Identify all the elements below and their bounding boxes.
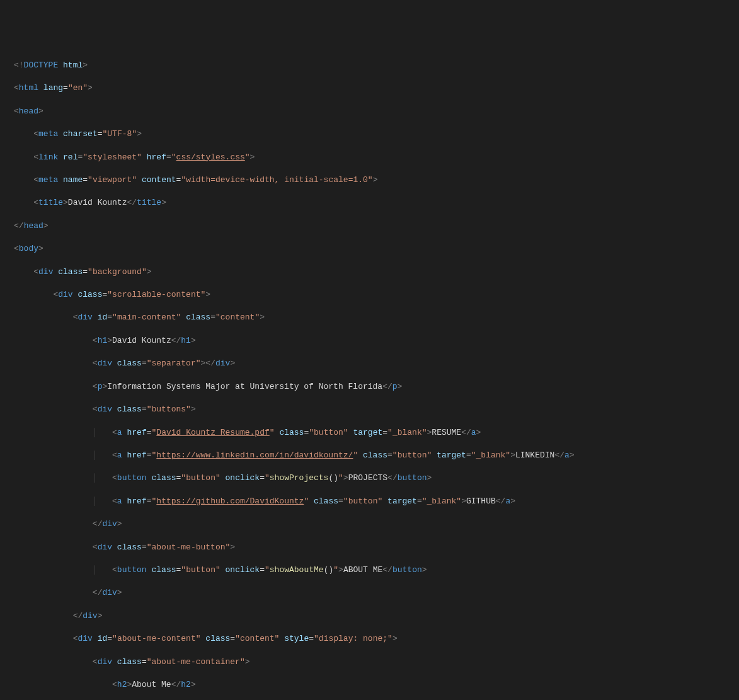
punct: <: [112, 428, 117, 437]
attr: class: [58, 267, 83, 277]
code-line[interactable]: </div>: [14, 611, 725, 622]
punct: >: [191, 680, 196, 689]
attr: onclick: [226, 565, 260, 575]
punct: =: [83, 267, 88, 277]
text: PROJECTS: [348, 473, 387, 483]
code-line[interactable]: <html lang="en">: [14, 83, 725, 94]
punct: <: [93, 542, 98, 552]
punct: ": [265, 473, 270, 483]
attr-val: viewport: [93, 175, 132, 185]
punct: >: [427, 473, 432, 483]
punct: ": [338, 473, 343, 483]
punct: =: [417, 496, 422, 506]
attr-val: UTF-8: [107, 129, 132, 139]
code-editor[interactable]: <!DOCTYPE html> <html lang="en"> <head> …: [0, 46, 739, 700]
punct: >: [250, 152, 255, 162]
attr-val: display: none;: [319, 634, 387, 643]
punct: ": [215, 473, 221, 483]
tag: a: [117, 450, 122, 460]
code-line[interactable]: <h2>About Me</h2>: [14, 679, 725, 691]
code-line[interactable]: │ <a href="David_Kountz_Resume.pdf" clas…: [14, 427, 725, 439]
punct: ": [215, 565, 221, 575]
attr: class: [151, 565, 176, 575]
punct: <: [171, 336, 176, 345]
punct: <: [93, 657, 98, 667]
code-line[interactable]: <link rel="stylesheet" href="css/styles.…: [14, 152, 725, 163]
code-line[interactable]: </div>: [14, 587, 725, 599]
text: David Kountz: [112, 336, 171, 345]
code-line[interactable]: <!DOCTYPE html>: [14, 60, 725, 71]
tag: div: [98, 542, 112, 552]
code-line[interactable]: <meta name="viewport" content="width=dev…: [14, 175, 725, 186]
punct: =: [309, 634, 314, 643]
code-line[interactable]: <div class="separator"></div>: [14, 358, 725, 369]
punct: ": [505, 450, 510, 460]
punct: >: [107, 336, 112, 345]
attr: class: [117, 542, 142, 552]
punct: ": [240, 657, 245, 667]
attr-val: button: [348, 496, 378, 506]
code-line[interactable]: <div id="about-me-content" class="conten…: [14, 633, 725, 645]
punct: <: [93, 382, 98, 391]
punct: ": [343, 496, 348, 506]
punct: ": [147, 405, 152, 414]
code-line[interactable]: <p>Information Systems Major at Universi…: [14, 381, 725, 393]
punct: ": [245, 152, 250, 162]
code-line[interactable]: </div>: [14, 519, 725, 530]
punct: =: [142, 405, 147, 414]
attr: style: [284, 634, 309, 643]
doctype-name: DOCTYPE: [24, 60, 59, 70]
punct: >: [343, 473, 348, 483]
punct: ": [387, 428, 392, 437]
punct: <: [387, 473, 392, 483]
punct: /: [210, 359, 215, 368]
attr-val: button: [186, 473, 215, 483]
punct: =: [147, 428, 152, 437]
attr: href: [127, 496, 146, 506]
attr: class: [205, 634, 230, 643]
punct: >: [43, 221, 49, 231]
punct: <: [112, 496, 117, 506]
code-line[interactable]: <div class="background">: [14, 267, 725, 278]
punct: ": [137, 152, 142, 162]
punct: =: [210, 313, 215, 322]
punct: >: [398, 382, 403, 391]
punct: <: [112, 450, 117, 460]
code-line[interactable]: │ <button class="button" onclick="showPr…: [14, 473, 725, 484]
code-line[interactable]: <div class="buttons">: [14, 404, 725, 415]
punct: ": [147, 359, 152, 368]
punct: <!: [14, 60, 24, 70]
code-line[interactable]: <div class="about-me-container">: [14, 657, 725, 668]
punct: ": [171, 152, 176, 162]
punct: >: [83, 60, 88, 70]
punct: ": [88, 267, 93, 277]
code-line[interactable]: <body>: [14, 243, 725, 255]
code-line[interactable]: <meta charset="UTF-8">: [14, 129, 725, 140]
code-line[interactable]: <div id="main-content" class="content">: [14, 312, 725, 323]
punct: =: [107, 313, 112, 322]
code-line[interactable]: │ <button class="button" onclick="showAb…: [14, 565, 725, 576]
tag: title: [38, 198, 63, 207]
attr-val: about-me-container: [152, 657, 240, 667]
code-line[interactable]: <title>David Kountz</title>: [14, 197, 725, 209]
attr: name: [63, 175, 83, 185]
text: RESUME: [432, 428, 461, 437]
code-line[interactable]: <head>: [14, 106, 725, 117]
punct: ": [176, 313, 181, 322]
code-line[interactable]: </head>: [14, 221, 725, 232]
punct: <: [112, 473, 117, 483]
attr: class: [186, 313, 210, 322]
code-line[interactable]: <div class="about-me-button">: [14, 542, 725, 553]
attr-val: David_Kountz_Resume.pdf: [156, 428, 269, 437]
punct: ": [186, 405, 191, 414]
code-line[interactable]: │ <a href="https://www.linkedin.com/in/d…: [14, 450, 725, 461]
punct: ": [147, 657, 152, 667]
attr: target: [353, 428, 382, 437]
code-line[interactable]: <div class="scrollable-content">: [14, 289, 725, 301]
punct: ": [309, 428, 314, 437]
code-line[interactable]: <h1>David Kountz</h1>: [14, 335, 725, 347]
punct: >: [147, 267, 152, 277]
punct: =: [147, 450, 152, 460]
code-line[interactable]: │ <a href="https://github.com/DavidKount…: [14, 496, 725, 507]
doctype-attr: html: [63, 60, 83, 70]
